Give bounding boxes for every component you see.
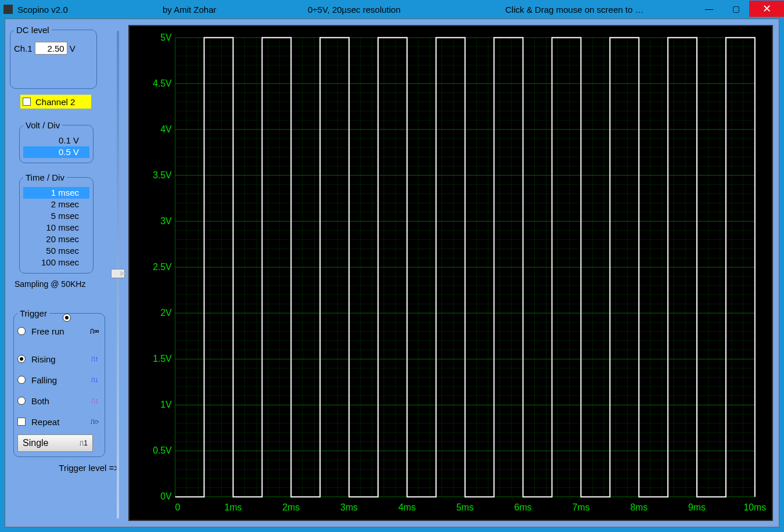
svg-text:3.5V: 3.5V (153, 170, 172, 180)
repeat-label: Repeat (31, 417, 88, 427)
oscilloscope-display[interactable]: 5V4.5V4V3.5V3V2.5V2V1.5V1V0.5V0V01ms2ms3… (128, 25, 773, 521)
close-button[interactable]: ✕ (749, 1, 784, 17)
svg-text:3V: 3V (160, 216, 172, 226)
single-trigger-button[interactable]: Single ⎍1 (17, 434, 93, 452)
freerun-icon: ⎍∞ (88, 325, 101, 337)
repeat-icon: ⎍⟳ (88, 416, 101, 427)
sampling-rate: Sampling @ 50KHz (15, 279, 121, 289)
falling-radio[interactable] (17, 376, 26, 384)
falling-edge-icon: ⎍↓ (88, 374, 101, 386)
svg-text:3ms: 3ms (340, 502, 358, 512)
falling-label: Falling (31, 375, 88, 385)
time-div-option[interactable]: 10 msec (23, 222, 89, 233)
dc-value-input[interactable] (35, 42, 67, 55)
time-div-option[interactable]: 50 msec (23, 245, 89, 257)
time-div-legend: Time / Div (23, 172, 67, 182)
trigger-group: Trigger Free run ⎍∞ Rising ⎍↑ Falling ⎍↓… (13, 308, 105, 457)
svg-text:1.5V: 1.5V (153, 354, 172, 364)
svg-text:4ms: 4ms (398, 502, 416, 512)
window-titlebar: Scopino v2.0 by Amit Zohar 0÷5V, 20µsec … (0, 0, 784, 19)
volt-div-option[interactable]: 0.1 V (23, 135, 89, 146)
title-resolution: 0÷5V, 20µsec resolution (308, 5, 505, 15)
title-author: by Amit Zohar (163, 5, 308, 15)
svg-text:7ms: 7ms (572, 502, 589, 512)
trigger-legend: Trigger (17, 308, 49, 318)
single-icon: ⎍1 (80, 439, 88, 447)
dc-level-group: DC level Ch.1 V (10, 25, 97, 89)
dc-unit: V (70, 44, 75, 53)
app-icon (3, 5, 13, 14)
slider-thumb[interactable] (111, 269, 125, 278)
trigger-level-slider[interactable] (112, 31, 124, 519)
rising-radio[interactable] (17, 355, 26, 363)
trigger-enable-radio[interactable] (63, 314, 71, 322)
trigger-both-row[interactable]: Both ⎍↕ (17, 393, 101, 409)
svg-text:1ms: 1ms (224, 502, 242, 512)
trigger-rising-row[interactable]: Rising ⎍↑ (17, 351, 101, 367)
dc-legend: DC level (14, 25, 52, 35)
both-edge-icon: ⎍↕ (88, 395, 101, 407)
svg-text:6ms: 6ms (515, 502, 532, 512)
maximize-button[interactable]: ▢ (722, 1, 749, 17)
volt-div-legend: Volt / Div (23, 120, 62, 130)
channel-2-checkbox[interactable] (23, 98, 31, 106)
app-body: DC level Ch.1 V Channel 2 Volt / Div 0.1… (5, 19, 779, 527)
both-radio[interactable] (17, 397, 26, 405)
time-div-option[interactable]: 2 msec (23, 199, 89, 210)
svg-text:2V: 2V (160, 308, 172, 318)
title-hint: Click & Drag mouse on screen to … (505, 5, 696, 15)
left-panel: DC level Ch.1 V Channel 2 Volt / Div 0.1… (5, 19, 126, 527)
title-app: Scopino v2.0 (17, 5, 163, 15)
rising-edge-icon: ⎍↑ (88, 353, 101, 365)
svg-text:9ms: 9ms (688, 502, 706, 512)
trigger-repeat-row[interactable]: Repeat ⎍⟳ (17, 414, 101, 430)
time-div-option[interactable]: 20 msec (23, 233, 89, 245)
freerun-label: Free run (31, 326, 88, 336)
trigger-level-label: Trigger level => (10, 463, 121, 473)
svg-text:2.5V: 2.5V (153, 262, 172, 272)
time-div-group: Time / Div 1 msec2 msec5 msec10 msec20 m… (19, 172, 93, 274)
time-div-option[interactable]: 1 msec (23, 187, 89, 199)
scope-svg[interactable]: 5V4.5V4V3.5V3V2.5V2V1.5V1V0.5V0V01ms2ms3… (130, 26, 772, 520)
svg-text:8ms: 8ms (630, 502, 648, 512)
channel-2-label: Channel 2 (35, 97, 75, 107)
window-buttons: — ▢ ✕ (696, 1, 784, 17)
repeat-checkbox[interactable] (17, 418, 26, 426)
rising-label: Rising (31, 354, 88, 364)
svg-text:4V: 4V (160, 124, 172, 134)
single-label: Single (23, 438, 48, 448)
svg-text:0.5V: 0.5V (153, 445, 172, 455)
svg-text:5ms: 5ms (456, 502, 474, 512)
svg-text:10ms: 10ms (744, 502, 767, 512)
both-label: Both (31, 396, 88, 406)
channel-2-toggle[interactable]: Channel 2 (20, 95, 91, 109)
title-segments: Scopino v2.0 by Amit Zohar 0÷5V, 20µsec … (17, 5, 696, 15)
svg-text:5V: 5V (160, 33, 172, 42)
svg-text:0: 0 (175, 502, 181, 512)
volt-div-group: Volt / Div 0.1 V0.5 V (19, 120, 93, 163)
time-div-option[interactable]: 5 msec (23, 210, 89, 222)
svg-text:4.5V: 4.5V (153, 78, 172, 88)
svg-text:1V: 1V (160, 400, 172, 409)
volt-div-option[interactable]: 0.5 V (23, 146, 89, 158)
trigger-freerun-row[interactable]: Free run ⎍∞ (17, 323, 101, 339)
freerun-radio[interactable] (17, 327, 26, 335)
svg-text:0V: 0V (160, 491, 172, 501)
trigger-falling-row[interactable]: Falling ⎍↓ (17, 372, 101, 388)
time-div-option[interactable]: 100 msec (23, 257, 89, 268)
dc-ch-label: Ch.1 (14, 44, 33, 53)
minimize-button[interactable]: — (696, 1, 722, 17)
svg-text:2ms: 2ms (282, 502, 300, 512)
